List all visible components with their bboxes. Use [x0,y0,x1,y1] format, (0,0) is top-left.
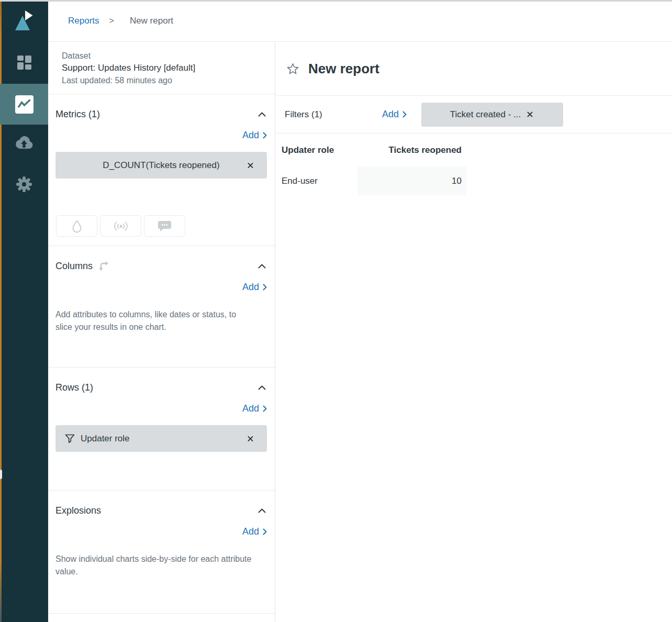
metric-pill-label: D_COUNT(Tickets reopened) [103,160,219,171]
columns-help-text: Add attributes to columns, like dates or… [55,308,240,334]
columns-add-button[interactable]: Add [242,282,267,293]
pivot-arrows-icon[interactable] [98,261,110,272]
metrics-section: Metrics (1) Add D_COUNT(Tickets reopened… [48,94,275,246]
dataset-name: Support: Updates History [default] [62,62,264,74]
report-config-panel: Dataset Support: Updates History [defaul… [48,42,275,622]
filters-bar: Filters (1) Add Ticket created - ... [276,95,672,134]
favorite-star-icon[interactable] [286,62,299,75]
breadcrumb-reports-link[interactable]: Reports [68,16,99,26]
reports-chart-icon [15,95,34,114]
columns-title: Columns [55,261,93,272]
table-header-row: Updater role Tickets reopened [276,142,672,159]
row-attribute-pill[interactable]: Updater role [55,425,267,452]
dataset-last-updated: Last updated: 58 minutes ago [62,74,264,86]
metrics-add-button[interactable]: Add [242,130,267,141]
table-header-tickets-reopened: Tickets reopened [357,145,466,156]
filters-add-button[interactable]: Add [382,109,407,120]
metric-tools [55,215,267,237]
sidebar-item-reports-active[interactable] [0,84,48,125]
filters-label: Filters (1) [285,109,382,120]
result-table: Updater role Tickets reopened End-user 1… [276,142,672,195]
chevron-right-icon [263,405,267,412]
table-cell-row-label: End-user [282,166,357,195]
dataset-upload-icon[interactable] [14,135,34,153]
chevron-right-icon [263,132,267,139]
sidebar [0,0,48,622]
explosions-collapse-chevron-up-icon[interactable] [257,507,267,514]
metric-pill[interactable]: D_COUNT(Tickets reopened) [55,152,267,179]
explosions-section: Explosions Add Show individual charts si… [48,491,275,614]
rows-add-button[interactable]: Add [242,403,267,414]
explore-logo[interactable] [12,8,36,32]
droplet-icon-button[interactable] [56,215,97,237]
explosions-help-text: Show individual charts side-by-side for … [55,553,261,578]
columns-section: Columns Add [48,246,275,368]
filter-remove-close-icon[interactable] [525,110,534,119]
row-remove-close-icon[interactable] [245,434,255,443]
rows-section: Rows (1) Add Updater role [48,368,275,491]
table-cell-value: 10 [357,166,466,195]
metric-remove-close-icon[interactable] [245,160,255,170]
explosions-add-button[interactable]: Add [242,526,267,537]
breadcrumb: Reports > New report [48,0,672,42]
row-pill-label: Updater role [81,434,130,444]
chevron-right-icon [263,528,267,535]
report-canvas: New report Filters (1) Add Ticket create… [276,42,672,622]
filter-pill-label: Ticket created - ... [450,109,521,120]
dataset-label: Dataset [62,50,264,62]
breadcrumb-separator: > [109,16,114,26]
chevron-right-icon [402,111,407,118]
screen-left-notch [0,470,2,479]
explore-report-builder: Reports > New report Dataset Support: Up… [0,0,672,622]
table-row: End-user 10 [276,166,672,195]
window-top-edge [0,0,672,2]
table-header-updater-role: Updater role [282,145,357,156]
metrics-title: Metrics (1) [55,109,100,120]
filter-funnel-icon [65,434,75,443]
breadcrumb-current: New report [130,16,173,26]
dashboards-icon[interactable] [17,55,31,72]
broadcast-icon-button[interactable] [100,215,141,237]
rows-collapse-chevron-up-icon[interactable] [257,384,267,391]
page-title: New report [308,61,379,77]
dataset-info: Dataset Support: Updates History [defaul… [48,42,275,94]
chevron-right-icon [263,284,267,291]
settings-gear-icon[interactable] [16,176,32,195]
rows-title: Rows (1) [55,382,93,393]
explosions-title: Explosions [55,505,101,516]
metrics-collapse-chevron-up-icon[interactable] [257,111,267,118]
columns-collapse-chevron-up-icon[interactable] [257,263,267,270]
filter-pill[interactable]: Ticket created - ... [421,103,563,127]
chat-bubble-icon-button[interactable] [144,215,185,237]
